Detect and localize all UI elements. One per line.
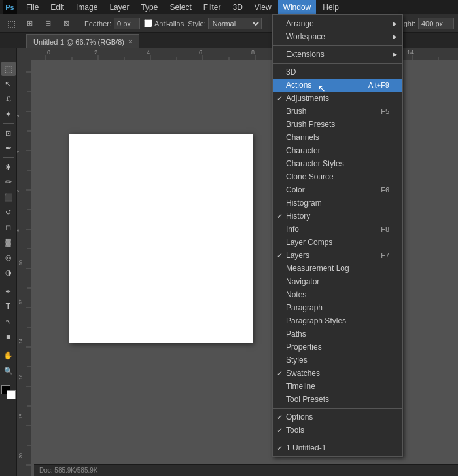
clone-stamp-button[interactable]: ⬛ xyxy=(1,190,16,204)
menu-edit[interactable]: Edit xyxy=(45,0,69,14)
menu-3d[interactable]: 3D xyxy=(227,0,247,14)
menu-view[interactable]: View xyxy=(249,0,277,14)
type-tool-button[interactable]: T xyxy=(1,299,16,314)
intersect-selection-icon[interactable]: ⊠ xyxy=(59,16,73,31)
antialias-label: Anti-alias xyxy=(154,20,184,27)
menu-tools[interactable]: Tools xyxy=(273,424,402,437)
menu-layer[interactable]: Layer xyxy=(104,0,134,14)
background-color[interactable] xyxy=(7,390,16,399)
menu-help[interactable]: Help xyxy=(317,0,344,14)
paragraph-styles-label: Paragraph Styles xyxy=(286,316,346,325)
menu-notes[interactable]: Notes xyxy=(273,288,402,301)
arrange-label: Arrange xyxy=(286,19,314,28)
menu-info[interactable]: Info F8 xyxy=(273,223,402,236)
blur-button[interactable]: ◎ xyxy=(1,250,16,265)
actions-label: Actions xyxy=(286,81,311,90)
menu-filter[interactable]: Filter xyxy=(198,0,226,14)
menu-window[interactable]: Window xyxy=(278,0,317,14)
menu-3d[interactable]: 3D xyxy=(273,65,402,79)
svg-text:12: 12 xyxy=(18,299,23,304)
options-separator-1 xyxy=(79,18,79,29)
menu-history[interactable]: History xyxy=(273,210,402,223)
menu-channels[interactable]: Channels xyxy=(273,131,402,144)
menu-paths[interactable]: Paths xyxy=(273,327,402,340)
histogram-label: Histogram xyxy=(286,198,322,208)
menu-select[interactable]: Select xyxy=(164,0,196,14)
move-tool-button[interactable]: ↖ xyxy=(1,77,16,91)
rectangle-tool-button[interactable]: ■ xyxy=(1,329,16,344)
menu-tool-presets[interactable]: Tool Presets xyxy=(273,393,402,406)
menu-character-styles[interactable]: Character Styles xyxy=(273,157,402,170)
marquee-tool-button[interactable]: ⬚ xyxy=(1,62,16,76)
menu-paragraph[interactable]: Paragraph xyxy=(273,301,402,314)
channels-label: Channels xyxy=(286,133,319,142)
menu-character[interactable]: Character xyxy=(273,144,402,157)
magic-wand-button[interactable]: ✦ xyxy=(1,107,16,121)
menu-options[interactable]: Options xyxy=(273,411,402,424)
svg-text:6: 6 xyxy=(17,190,20,192)
menu-actions[interactable]: Actions Alt+F9 xyxy=(273,79,402,92)
menu-styles[interactable]: Styles xyxy=(273,354,402,367)
antialias-checkbox[interactable] xyxy=(144,19,152,27)
menu-file[interactable]: File xyxy=(21,0,44,14)
tool-presets-label: Tool Presets xyxy=(286,395,329,404)
svg-text:8: 8 xyxy=(251,49,255,56)
tool-sep-2 xyxy=(3,157,14,158)
menu-brush[interactable]: Brush F5 xyxy=(273,105,402,118)
menu-layers[interactable]: Layers F7 xyxy=(273,249,402,262)
svg-text:16: 16 xyxy=(18,375,23,380)
new-selection-icon[interactable]: ⬚ xyxy=(4,16,18,31)
menu-adjustments[interactable]: Adjustments xyxy=(273,92,402,105)
menu-workspace[interactable]: Workspace xyxy=(273,30,402,43)
properties-label: Properties xyxy=(286,342,322,352)
document-tab[interactable]: Untitled-1 @ 66.7% (RGB/8) × xyxy=(26,34,139,48)
eraser-button[interactable]: ◻ xyxy=(1,220,16,234)
height-input[interactable] xyxy=(418,18,454,29)
svg-text:0: 0 xyxy=(17,92,18,96)
menu-measurement-log[interactable]: Measurement Log xyxy=(273,262,402,275)
menu-paragraph-styles[interactable]: Paragraph Styles xyxy=(273,314,402,327)
options-label: Options xyxy=(286,412,313,422)
menu-navigator[interactable]: Navigator xyxy=(273,275,402,288)
menu-arrange[interactable]: Arrange xyxy=(273,17,402,30)
pen-tool-button[interactable]: ✒ xyxy=(1,284,16,299)
feather-input[interactable] xyxy=(114,18,140,29)
menu-image[interactable]: Image xyxy=(71,0,103,14)
hand-tool-button[interactable]: ✋ xyxy=(1,348,16,363)
zoom-tool-button[interactable]: 🔍 xyxy=(1,363,16,378)
style-select[interactable]: Normal Fixed Ratio Fixed Size xyxy=(208,18,262,29)
menu-color[interactable]: Color F6 xyxy=(273,183,402,196)
path-selection-button[interactable]: ↖ xyxy=(1,314,16,329)
menu-untitled-1[interactable]: 1 Untitled-1 xyxy=(273,441,402,454)
svg-text:0: 0 xyxy=(47,49,50,56)
menu-histogram[interactable]: Histogram xyxy=(273,196,402,210)
character-styles-label: Character Styles xyxy=(286,159,344,168)
menu-timeline[interactable]: Timeline xyxy=(273,380,402,393)
menu-swatches[interactable]: Swatches xyxy=(273,367,402,380)
add-selection-icon[interactable]: ⊞ xyxy=(22,16,37,31)
menu-layer-comps[interactable]: Layer Comps xyxy=(273,236,402,249)
healing-brush-button[interactable]: ✱ xyxy=(1,160,16,174)
ruler-corner xyxy=(17,48,31,60)
menu-bar: Ps File Edit Image Layer Type Select Fil… xyxy=(0,0,458,14)
menu-clone-source[interactable]: Clone Source xyxy=(273,170,402,183)
crop-tool-button[interactable]: ⊡ xyxy=(1,126,16,140)
tab-close-button[interactable]: × xyxy=(128,38,132,45)
swatches-label: Swatches xyxy=(286,369,320,378)
window-menu-dropdown[interactable]: Arrange Workspace Extensions 3D Actions … xyxy=(272,14,403,457)
lasso-tool-button[interactable]: ℒ xyxy=(1,92,16,106)
subtract-selection-icon[interactable]: ⊟ xyxy=(41,16,55,31)
notes-label: Notes xyxy=(286,290,306,299)
eyedropper-button[interactable]: ✒ xyxy=(1,141,16,155)
gradient-button[interactable]: ▓ xyxy=(1,235,16,249)
brush-label: Brush xyxy=(286,107,306,116)
menu-extensions[interactable]: Extensions xyxy=(273,48,402,61)
dodge-button[interactable]: ◑ xyxy=(1,265,16,280)
brush-button[interactable]: ✏ xyxy=(1,175,16,189)
menu-properties[interactable]: Properties xyxy=(273,340,402,354)
history-brush-button[interactable]: ↺ xyxy=(1,205,16,219)
svg-text:10: 10 xyxy=(18,260,23,265)
menu-brush-presets[interactable]: Brush Presets xyxy=(273,118,402,131)
dd-sep-3 xyxy=(273,408,402,409)
menu-type[interactable]: Type xyxy=(135,0,163,14)
